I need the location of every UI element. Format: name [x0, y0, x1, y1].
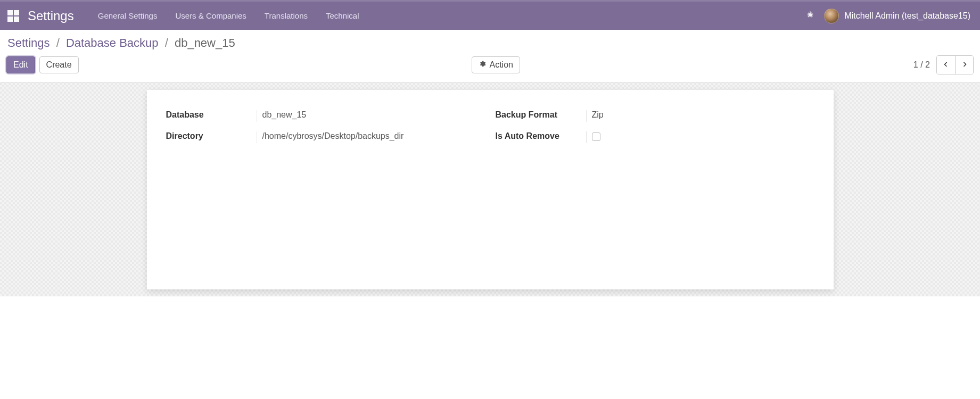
control-bar: Settings / Database Backup / db_new_15 E…: [0, 30, 980, 82]
content-wrap: Database db_new_15 Directory /home/cybro…: [0, 82, 980, 289]
breadcrumb-current: db_new_15: [175, 36, 235, 49]
form-right-column: Backup Format Zip Is Auto Remove: [496, 110, 814, 143]
breadcrumb-module[interactable]: Database Backup: [66, 36, 159, 49]
svg-rect-3: [812, 14, 813, 15]
auto-remove-value: [586, 131, 814, 143]
pager-buttons: [936, 55, 974, 74]
top-nav-items: General Settings Users & Companies Trans…: [90, 7, 367, 24]
svg-rect-1: [810, 11, 811, 13]
pager-next-button[interactable]: [955, 56, 973, 74]
action-button[interactable]: Action: [472, 56, 520, 73]
auto-remove-label: Is Auto Remove: [496, 131, 586, 141]
backup-format-label: Backup Format: [496, 110, 586, 120]
pager: 1 / 2: [913, 55, 974, 74]
avatar: [824, 9, 839, 23]
edit-button[interactable]: Edit: [6, 56, 35, 73]
directory-value: /home/cybrosys/Desktop/backups_dir: [257, 131, 485, 143]
nav-item-general-settings[interactable]: General Settings: [90, 7, 166, 24]
breadcrumb-separator: /: [165, 36, 168, 49]
form-left-column: Database db_new_15 Directory /home/cybro…: [166, 110, 485, 143]
backup-format-value: Zip: [586, 110, 814, 122]
user-name: Mitchell Admin (test_database15): [844, 11, 970, 21]
svg-rect-2: [808, 14, 809, 15]
pager-text: 1 / 2: [913, 60, 930, 70]
action-button-label: Action: [489, 60, 513, 70]
database-value: db_new_15: [257, 110, 485, 122]
directory-label: Directory: [166, 131, 257, 141]
form-grid: Database db_new_15 Directory /home/cybro…: [166, 110, 814, 143]
breadcrumb-separator: /: [56, 36, 60, 49]
app-title: Settings: [28, 9, 74, 23]
auto-remove-checkbox[interactable]: [592, 132, 600, 141]
create-button[interactable]: Create: [39, 56, 79, 73]
nav-item-users-companies[interactable]: Users & Companies: [167, 7, 254, 24]
button-row: Edit Create Action 1 / 2: [6, 55, 974, 74]
form-card: Database db_new_15 Directory /home/cybro…: [147, 90, 834, 289]
pager-prev-button[interactable]: [937, 56, 955, 74]
debug-icon[interactable]: [798, 11, 822, 21]
top-nav: Settings General Settings Users & Compan…: [0, 2, 980, 30]
pager-total: 2: [925, 60, 930, 69]
bottom-panel: [0, 296, 980, 399]
chevron-right-icon: [961, 60, 968, 70]
nav-item-technical[interactable]: Technical: [318, 7, 367, 24]
user-menu[interactable]: Mitchell Admin (test_database15): [822, 9, 973, 23]
pager-current: 1: [913, 60, 918, 69]
nav-item-translations[interactable]: Translations: [257, 7, 316, 24]
gear-icon: [479, 60, 486, 70]
chevron-left-icon: [943, 60, 949, 70]
svg-point-0: [809, 13, 812, 16]
apps-menu-icon[interactable]: [7, 10, 19, 22]
database-label: Database: [166, 110, 257, 120]
breadcrumb-root[interactable]: Settings: [7, 36, 50, 49]
breadcrumb: Settings / Database Backup / db_new_15: [6, 36, 974, 50]
